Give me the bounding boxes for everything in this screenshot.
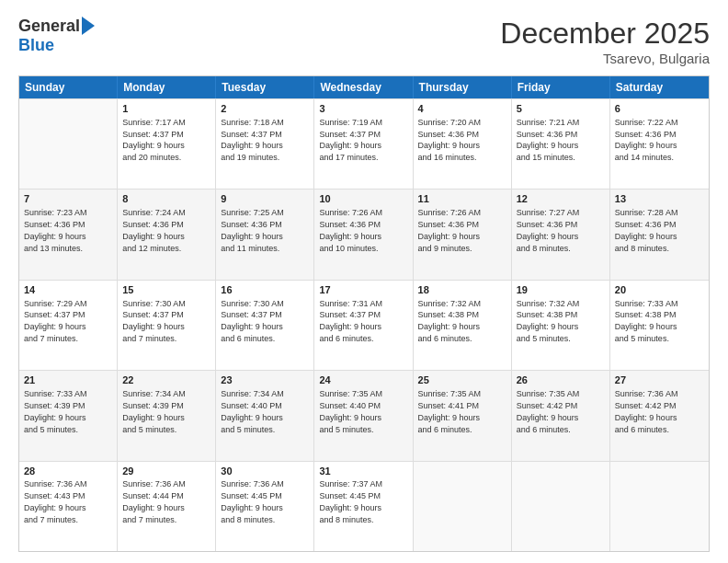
day-number: 31 [319, 465, 407, 478]
day-number: 20 [615, 283, 704, 297]
calendar-row-0: 1Sunrise: 7:17 AM Sunset: 4:37 PM Daylig… [19, 98, 709, 189]
calendar-cell-3-4: 25Sunrise: 7:35 AM Sunset: 4:41 PM Dayli… [414, 371, 512, 460]
header: General Blue December 2025 Tsarevo, Bulg… [18, 17, 710, 66]
day-info: Sunrise: 7:35 AM Sunset: 4:41 PM Dayligh… [418, 389, 482, 433]
day-number: 25 [418, 373, 506, 387]
calendar-row-4: 28Sunrise: 7:36 AM Sunset: 4:43 PM Dayli… [19, 461, 709, 551]
calendar-header-tuesday: Tuesday [216, 76, 314, 98]
day-number: 13 [615, 192, 704, 206]
day-number: 10 [319, 192, 407, 206]
day-info: Sunrise: 7:27 AM Sunset: 4:36 PM Dayligh… [517, 208, 580, 252]
calendar-cell-4-6 [610, 462, 709, 551]
calendar-body: 1Sunrise: 7:17 AM Sunset: 4:37 PM Daylig… [19, 98, 709, 551]
calendar-cell-1-4: 11Sunrise: 7:26 AM Sunset: 4:36 PM Dayli… [414, 190, 512, 279]
day-number: 6 [615, 102, 704, 116]
calendar-cell-4-3: 31Sunrise: 7:37 AM Sunset: 4:45 PM Dayli… [314, 462, 413, 551]
day-info: Sunrise: 7:32 AM Sunset: 4:38 PM Dayligh… [418, 299, 482, 343]
day-number: 5 [517, 102, 605, 116]
day-info: Sunrise: 7:25 AM Sunset: 4:36 PM Dayligh… [221, 208, 284, 252]
day-number: 21 [24, 373, 112, 387]
calendar-cell-0-2: 2Sunrise: 7:18 AM Sunset: 4:37 PM Daylig… [216, 99, 314, 189]
day-number: 7 [24, 192, 112, 206]
calendar-cell-2-2: 16Sunrise: 7:30 AM Sunset: 4:37 PM Dayli… [216, 281, 314, 370]
calendar-cell-0-3: 3Sunrise: 7:19 AM Sunset: 4:37 PM Daylig… [314, 99, 413, 189]
day-info: Sunrise: 7:29 AM Sunset: 4:37 PM Dayligh… [24, 299, 87, 343]
day-info: Sunrise: 7:24 AM Sunset: 4:36 PM Dayligh… [122, 208, 186, 252]
day-number: 8 [122, 192, 210, 206]
day-info: Sunrise: 7:32 AM Sunset: 4:38 PM Dayligh… [517, 299, 580, 343]
day-number: 11 [418, 192, 506, 206]
day-info: Sunrise: 7:36 AM Sunset: 4:42 PM Dayligh… [615, 389, 678, 433]
calendar-cell-3-3: 24Sunrise: 7:35 AM Sunset: 4:40 PM Dayli… [314, 371, 413, 460]
logo-arrow-icon [82, 17, 95, 35]
day-info: Sunrise: 7:17 AM Sunset: 4:37 PM Dayligh… [122, 118, 186, 162]
month-title: December 2025 [500, 17, 710, 51]
day-number: 26 [517, 373, 605, 387]
calendar-header-sunday: Sunday [19, 76, 118, 98]
day-info: Sunrise: 7:30 AM Sunset: 4:37 PM Dayligh… [122, 299, 186, 343]
day-number: 29 [122, 465, 210, 478]
calendar-cell-2-0: 14Sunrise: 7:29 AM Sunset: 4:37 PM Dayli… [19, 281, 118, 370]
calendar-cell-0-1: 1Sunrise: 7:17 AM Sunset: 4:37 PM Daylig… [118, 99, 216, 189]
day-info: Sunrise: 7:21 AM Sunset: 4:36 PM Dayligh… [517, 118, 580, 162]
calendar-cell-1-2: 9Sunrise: 7:25 AM Sunset: 4:36 PM Daylig… [216, 190, 314, 279]
day-number: 14 [24, 283, 112, 297]
calendar-header-wednesday: Wednesday [314, 76, 413, 98]
day-info: Sunrise: 7:35 AM Sunset: 4:40 PM Dayligh… [319, 389, 382, 433]
calendar-header: SundayMondayTuesdayWednesdayThursdayFrid… [19, 76, 709, 98]
day-info: Sunrise: 7:30 AM Sunset: 4:37 PM Dayligh… [221, 299, 284, 343]
day-number: 12 [517, 192, 605, 206]
calendar-cell-3-5: 26Sunrise: 7:35 AM Sunset: 4:42 PM Dayli… [512, 371, 610, 460]
day-info: Sunrise: 7:18 AM Sunset: 4:37 PM Dayligh… [221, 118, 284, 162]
day-info: Sunrise: 7:33 AM Sunset: 4:39 PM Dayligh… [24, 389, 87, 433]
day-info: Sunrise: 7:33 AM Sunset: 4:38 PM Dayligh… [615, 299, 678, 343]
calendar-cell-2-6: 20Sunrise: 7:33 AM Sunset: 4:38 PM Dayli… [610, 281, 709, 370]
day-info: Sunrise: 7:23 AM Sunset: 4:36 PM Dayligh… [24, 208, 87, 252]
day-info: Sunrise: 7:20 AM Sunset: 4:36 PM Dayligh… [418, 118, 482, 162]
calendar-cell-3-1: 22Sunrise: 7:34 AM Sunset: 4:39 PM Dayli… [118, 371, 216, 460]
calendar-cell-3-2: 23Sunrise: 7:34 AM Sunset: 4:40 PM Dayli… [216, 371, 314, 460]
day-number: 16 [221, 283, 309, 297]
day-info: Sunrise: 7:35 AM Sunset: 4:42 PM Dayligh… [517, 389, 580, 433]
day-number: 4 [418, 102, 506, 116]
calendar-cell-4-4 [414, 462, 512, 551]
calendar-cell-1-6: 13Sunrise: 7:28 AM Sunset: 4:36 PM Dayli… [610, 190, 709, 279]
calendar-cell-2-4: 18Sunrise: 7:32 AM Sunset: 4:38 PM Dayli… [414, 281, 512, 370]
day-number: 15 [122, 283, 210, 297]
calendar-cell-1-3: 10Sunrise: 7:26 AM Sunset: 4:36 PM Dayli… [314, 190, 413, 279]
day-number: 22 [122, 373, 210, 387]
calendar-header-friday: Friday [512, 76, 610, 98]
day-number: 18 [418, 283, 506, 297]
calendar-cell-2-1: 15Sunrise: 7:30 AM Sunset: 4:37 PM Dayli… [118, 281, 216, 370]
day-info: Sunrise: 7:37 AM Sunset: 4:45 PM Dayligh… [319, 479, 382, 523]
day-number: 1 [122, 102, 210, 116]
day-number: 17 [319, 283, 407, 297]
day-info: Sunrise: 7:36 AM Sunset: 4:43 PM Dayligh… [24, 479, 87, 523]
calendar-cell-2-5: 19Sunrise: 7:32 AM Sunset: 4:38 PM Dayli… [512, 281, 610, 370]
title-section: December 2025 Tsarevo, Bulgaria [500, 17, 710, 66]
calendar-cell-3-0: 21Sunrise: 7:33 AM Sunset: 4:39 PM Dayli… [19, 371, 118, 460]
day-number: 24 [319, 373, 407, 387]
logo-blue-text: Blue [18, 36, 54, 55]
calendar-cell-1-5: 12Sunrise: 7:27 AM Sunset: 4:36 PM Dayli… [512, 190, 610, 279]
day-info: Sunrise: 7:28 AM Sunset: 4:36 PM Dayligh… [615, 208, 678, 252]
calendar-cell-1-1: 8Sunrise: 7:24 AM Sunset: 4:36 PM Daylig… [118, 190, 216, 279]
calendar-header-thursday: Thursday [414, 76, 512, 98]
calendar-cell-0-5: 5Sunrise: 7:21 AM Sunset: 4:36 PM Daylig… [512, 99, 610, 189]
day-number: 2 [221, 102, 309, 116]
page: General Blue December 2025 Tsarevo, Bulg… [0, 0, 728, 563]
day-info: Sunrise: 7:26 AM Sunset: 4:36 PM Dayligh… [418, 208, 482, 252]
day-number: 30 [221, 465, 309, 478]
calendar-cell-1-0: 7Sunrise: 7:23 AM Sunset: 4:36 PM Daylig… [19, 190, 118, 279]
day-info: Sunrise: 7:22 AM Sunset: 4:36 PM Dayligh… [615, 118, 678, 162]
calendar-row-2: 14Sunrise: 7:29 AM Sunset: 4:37 PM Dayli… [19, 280, 709, 370]
day-number: 28 [24, 465, 112, 478]
day-info: Sunrise: 7:31 AM Sunset: 4:37 PM Dayligh… [319, 299, 382, 343]
day-info: Sunrise: 7:34 AM Sunset: 4:40 PM Dayligh… [221, 389, 284, 433]
logo-general-text: General [18, 17, 80, 36]
calendar-row-1: 7Sunrise: 7:23 AM Sunset: 4:36 PM Daylig… [19, 189, 709, 279]
day-info: Sunrise: 7:36 AM Sunset: 4:45 PM Dayligh… [221, 479, 284, 523]
calendar-cell-4-5 [512, 462, 610, 551]
day-number: 27 [615, 373, 704, 387]
calendar-cell-3-6: 27Sunrise: 7:36 AM Sunset: 4:42 PM Dayli… [610, 371, 709, 460]
